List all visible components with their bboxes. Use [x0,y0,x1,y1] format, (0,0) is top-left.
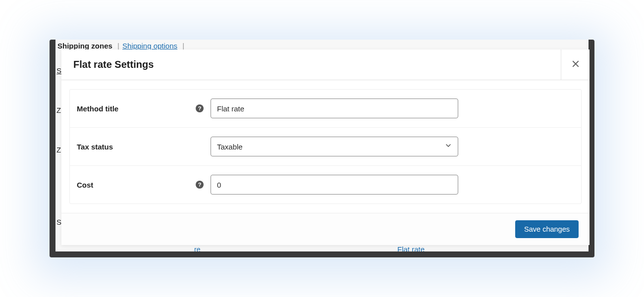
modal-header: Flat rate Settings [61,50,590,80]
bg-label-z2: Z [56,146,61,154]
label-cost: Cost [77,181,93,189]
row-tax-status: Tax status Taxable [70,128,581,166]
row-method-title: Method title ? [70,90,581,128]
save-button[interactable]: Save changes [515,220,579,238]
row-cost: Cost ? [70,166,581,203]
tab-shipping-options[interactable]: Shipping options [122,42,177,50]
bg-label-z1: Z [56,106,61,114]
label-method-title: Method title [77,104,118,113]
close-button[interactable] [561,50,590,80]
help-icon[interactable]: ? [196,181,204,189]
settings-modal: Flat rate Settings Method title ? [61,50,590,245]
background-tabs: Shipping zones | Shipping options | [57,42,185,50]
bg-flat-rate-text: Flat rate [397,245,425,251]
close-icon [571,59,580,70]
method-title-input[interactable] [211,99,458,118]
bg-small-text: re [194,246,200,251]
modal-title: Flat rate Settings [61,59,154,70]
bg-label-sl: S [56,218,61,226]
tax-status-select[interactable]: Taxable [211,137,458,156]
bg-label-s: S [56,66,61,75]
screenshot-frame: Shipping zones | Shipping options | S Z … [50,40,594,257]
modal-footer: Save changes [61,213,590,245]
label-tax-status: Tax status [77,143,113,151]
cost-input[interactable] [211,175,458,195]
tab-shipping-zones[interactable]: Shipping zones [57,42,112,50]
help-icon[interactable]: ? [196,104,204,112]
form-panel: Method title ? Tax status Taxable [69,89,582,204]
